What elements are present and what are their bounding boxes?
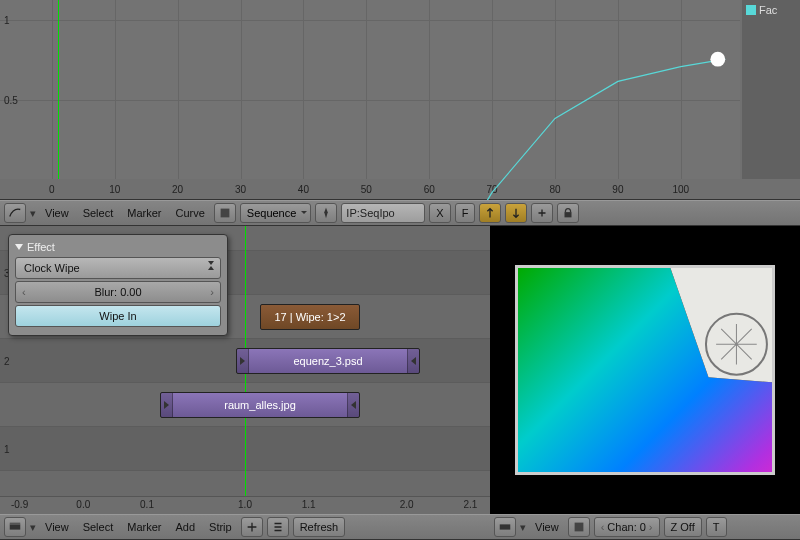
zoom-to-keys-icon[interactable] [479,203,501,223]
menu-select[interactable]: Select [78,521,119,533]
strip-effect-wipe[interactable]: 17 | Wipe: 1>2 [260,304,360,330]
editor-type-icon[interactable] [4,203,26,223]
svg-rect-8 [10,523,21,525]
menu-marker[interactable]: Marker [122,207,166,219]
seq-display-toggle-b-icon[interactable] [267,517,289,537]
strip-handle-right[interactable] [347,393,359,417]
menu-view[interactable]: View [530,521,564,533]
strip-image-raum[interactable]: raum_alles.jpg [160,392,360,418]
ipo-datablock-field[interactable]: IP:SeqIpo [341,203,425,223]
title-safe-button[interactable]: T [706,517,727,537]
sequencer-timeline[interactable]: 3 2 1 17 | Wipe: 1>2 equenz_3.psd raum_a… [0,226,490,514]
strip-handle-right[interactable] [407,349,419,373]
svg-rect-10 [574,523,583,532]
svg-rect-9 [500,524,511,529]
preview-content [518,268,772,475]
menu-curve[interactable]: Curve [170,207,209,219]
editor-type-icon[interactable] [4,517,26,537]
ipo-editor: 1 0.5 0 10 20 30 40 50 60 70 80 90 100 F… [0,0,800,200]
svg-rect-2 [220,209,229,218]
menu-view[interactable]: View [40,521,74,533]
zoom-to-all-icon[interactable] [505,203,527,223]
preview-header: ▾ View ‹ Chan: 0 › Z Off T [490,514,800,540]
refresh-button[interactable]: Refresh [293,517,346,537]
strip-handle-left[interactable] [237,349,249,373]
pin-icon[interactable] [315,203,337,223]
channel-label-2: 2 [4,355,10,366]
preview-frame[interactable] [515,265,775,475]
seq-display-toggle-a-icon[interactable] [241,517,263,537]
ipo-canvas[interactable]: 1 0.5 0 10 20 30 40 50 60 70 80 90 100 [0,0,740,179]
effect-panel-toggle[interactable]: Effect [15,241,221,253]
seq-header: ▾ View Select Marker Add Strip Refresh [0,514,490,540]
zebra-off-button[interactable]: Z Off [664,517,702,537]
wipe-direction-toggle[interactable]: Wipe In [15,305,221,327]
svg-rect-7 [10,524,21,529]
menu-strip[interactable]: Strip [204,521,237,533]
ipo-header: ▾ View Select Marker Curve Sequence IP:S… [0,200,800,226]
seq-ruler[interactable]: -0.9 0.0 0.1 1.0 1.1 2.0 2.1 [0,496,490,514]
ipo-type-select[interactable]: Sequence [240,203,312,223]
menu-view[interactable]: View [40,207,74,219]
channel-label-1: 1 [4,443,10,454]
strip-image-b-label: raum_alles.jpg [224,399,296,411]
ghost-icon[interactable] [214,203,236,223]
effect-panel-title: Effect [27,241,55,253]
fac-color-swatch [746,5,756,15]
effect-panel: Effect Clock Wipe Blur: 0.00 Wipe In [8,234,228,336]
fake-user-button[interactable]: F [455,203,476,223]
ipo-channel-list: Fac [742,0,800,179]
delete-datablock-button[interactable]: X [429,203,450,223]
wipe-blur-field[interactable]: Blur: 0.00 [15,281,221,303]
strip-image-a-label: equenz_3.psd [293,355,362,367]
wipe-type-select[interactable]: Clock Wipe [15,257,221,279]
menu-select[interactable]: Select [78,207,119,219]
lower-area: 3 2 1 17 | Wipe: 1>2 equenz_3.psd raum_a… [0,226,800,514]
strip-handle-left[interactable] [161,393,173,417]
move-marker-icon[interactable] [531,203,553,223]
lock-view-icon[interactable] [557,203,579,223]
strip-image-equenz[interactable]: equenz_3.psd [236,348,420,374]
menu-add[interactable]: Add [170,521,200,533]
channel-field[interactable]: ‹ Chan: 0 › [594,517,660,537]
svg-point-1 [710,52,725,67]
editor-type-icon[interactable] [494,517,516,537]
preview-mode-icon[interactable] [568,517,590,537]
ipo-channel-fac[interactable]: Fac [746,4,796,16]
menu-marker[interactable]: Marker [122,521,166,533]
sequencer-preview [490,226,800,514]
strip-effect-label: 17 | Wipe: 1>2 [274,311,345,323]
svg-rect-3 [565,212,572,217]
